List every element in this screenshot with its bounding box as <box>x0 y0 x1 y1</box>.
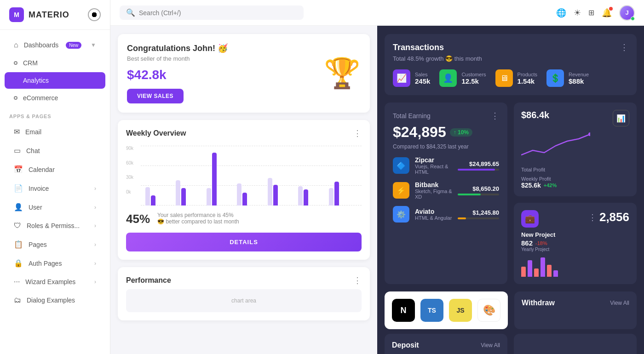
chevron-right-icon-2: › <box>94 204 96 211</box>
trophy-icon: 🏆 <box>324 56 361 91</box>
earning-more-icon[interactable]: ⋮ <box>491 111 499 121</box>
wizard-icon: ··· <box>14 278 20 286</box>
weekly-header: Weekly Overview ⋮ <box>126 128 362 138</box>
bitbank-icon: ⚡ <box>393 182 409 199</box>
avatar-wrap[interactable]: J <box>619 5 635 21</box>
tx-stat-products: 🖥 Products 1.54k <box>495 69 537 87</box>
congrats-card: Congratulations John! 🥳 Best seller of t… <box>118 34 370 113</box>
deposit-view-all[interactable]: View All <box>481 342 500 348</box>
performance-card: Performance ⋮ chart area <box>118 267 370 320</box>
sidebar-item-email[interactable]: ✉ Email <box>5 123 105 141</box>
search-input[interactable] <box>139 9 219 17</box>
transactions-header: Transactions ⋮ <box>393 42 628 52</box>
new-project-more-icon[interactable]: ⋮ <box>588 212 597 223</box>
products-icon: 🖥 <box>495 69 513 87</box>
earning-badge: ↑ 10% <box>450 128 472 137</box>
transactions-card: Transactions ⋮ Total 48.5% growth 😎 this… <box>385 34 637 95</box>
revenue-label: Revenue <box>569 72 589 77</box>
weekly-percentage: 45% <box>126 212 150 226</box>
earn-item-aviato: ⚙️ Aviato HTML & Angular $1,245.80 <box>393 206 499 223</box>
sales-value: 245k <box>415 77 430 85</box>
deposit-withdraw-row: Deposit View All <box>385 334 637 354</box>
translate-icon[interactable]: 🌐 <box>556 8 566 18</box>
search-box[interactable]: 🔍 <box>120 6 304 20</box>
zipcar-icon: 🔷 <box>393 157 409 174</box>
sidebar-item-roles[interactable]: 🛡 Roles & Permiss... › <box>5 217 105 234</box>
sidebar-ecommerce-label: eCommerce <box>23 94 58 102</box>
zipcar-progress <box>458 169 499 171</box>
sidebar-item-user[interactable]: 👤 User › <box>5 198 105 216</box>
profit-big-amount: $86.4k <box>521 110 549 120</box>
sidebar-item-auth[interactable]: 🔒 Auth Pages › <box>5 254 105 272</box>
sidebar-item-calendar[interactable]: 📅 Calendar <box>5 160 105 178</box>
theme-icon[interactable]: ☀ <box>574 8 581 18</box>
sidebar-item-wizard[interactable]: ··· Wizard Examples › <box>5 273 105 291</box>
sidebar-item-analytics[interactable]: Analytics <box>5 72 105 89</box>
online-status-dot <box>631 17 635 21</box>
sidebar-auth-label: Auth Pages <box>29 260 62 267</box>
sidebar-item-crm[interactable]: CRM <box>5 55 105 71</box>
transactions-more-icon[interactable]: ⋮ <box>620 42 628 52</box>
new-project-card: 💼 ⋮ 2,856 New Project 862 -18% <box>514 203 637 284</box>
bar-chart <box>145 153 357 206</box>
main-area: 🔍 🌐 ☀ ⊞ 🔔 J Congratulations John! 🥳 <box>110 0 644 354</box>
details-button[interactable]: DETAILS <box>126 233 362 251</box>
sidebar-dashboards-label: Dashboards <box>24 41 59 49</box>
sidebar-invoice-label: Invoice <box>29 185 49 192</box>
sales-icon: 📈 <box>393 69 410 87</box>
customers-icon: 👤 <box>439 69 457 87</box>
performance-more-icon[interactable]: ⋮ <box>353 275 362 285</box>
deposit-card: Deposit View All <box>385 334 507 354</box>
profit-chart-icon[interactable]: 📊 <box>613 110 629 126</box>
circle-icon-2 <box>14 96 17 100</box>
customers-label: Customers <box>461 72 486 77</box>
topbar: 🔍 🌐 ☀ ⊞ 🔔 J <box>110 0 644 26</box>
typescript-logo: TS <box>420 299 443 322</box>
email-icon: ✉ <box>14 127 20 136</box>
new-project-icon: 💼 <box>521 210 539 228</box>
view-sales-button[interactable]: VIEW SALES <box>127 89 184 103</box>
sidebar-item-dialog[interactable]: 🗂 Dialog Examples <box>5 291 105 309</box>
mini-bar-chart <box>521 257 629 277</box>
withdraw-view-all[interactable]: View All <box>610 300 629 306</box>
aviato-progress <box>458 217 499 219</box>
sidebar-item-dashboards[interactable]: ⌂ Dashboards New ▼ <box>5 36 105 54</box>
tech-logos-card: N TS JS 🎨 <box>385 291 508 329</box>
withdraw-card-2 <box>514 334 637 354</box>
bottom-row: N TS JS 🎨 Withdraw View All <box>385 291 637 329</box>
sidebar-item-chat[interactable]: ▭ Chat <box>5 142 105 160</box>
left-panel: Congratulations John! 🥳 Best seller of t… <box>110 26 377 354</box>
bar-group-3 <box>207 153 235 206</box>
aviato-icon: ⚙️ <box>393 206 409 223</box>
weekly-more-icon[interactable]: ⋮ <box>353 128 362 138</box>
bar-group-5 <box>268 178 296 206</box>
sidebar-item-pages[interactable]: 📋 Pages › <box>5 235 105 253</box>
record-icon[interactable]: ⏺ <box>88 8 101 21</box>
transactions-subtitle: Total 48.5% growth 😎 this month <box>393 55 628 62</box>
withdraw-title: Withdraw <box>522 299 555 307</box>
circle-active-icon <box>14 79 17 82</box>
sidebar-analytics-label: Analytics <box>23 77 49 84</box>
tx-stat-revenue: 💲 Revenue $88k <box>546 69 589 87</box>
chevron-right-icon-3: › <box>94 223 96 229</box>
sidebar-pages-label: Pages <box>29 241 47 248</box>
sidebar-item-invoice[interactable]: 📄 Invoice › <box>5 179 105 197</box>
customers-value: 12.5k <box>461 77 486 85</box>
logo-text: MATERIO <box>29 10 69 20</box>
sidebar-crm-label: CRM <box>23 59 38 67</box>
weekly-profit-amount: $25.6k <box>521 182 541 189</box>
total-profit-card: $86.4k 📊 Total Profit <box>514 103 637 196</box>
sidebar-item-ecommerce[interactable]: eCommerce <box>5 90 105 106</box>
weekly-title: Weekly Overview <box>126 129 186 137</box>
invoice-icon: 📄 <box>14 184 23 193</box>
grid-icon[interactable]: ⊞ <box>588 8 594 17</box>
weekly-description: Your sales performance is 45% 😎 better c… <box>157 212 240 225</box>
deposit-title: Deposit <box>392 341 419 349</box>
products-value: 1.54k <box>518 77 537 85</box>
search-icon: 🔍 <box>126 8 135 17</box>
products-label: Products <box>518 72 537 77</box>
dashboards-badge: New <box>66 42 81 49</box>
pages-icon: 📋 <box>14 240 23 249</box>
sidebar-user-label: User <box>29 204 42 211</box>
weekly-overview-card: Weekly Overview ⋮ 90k 60k 30k 0k <box>118 120 370 260</box>
